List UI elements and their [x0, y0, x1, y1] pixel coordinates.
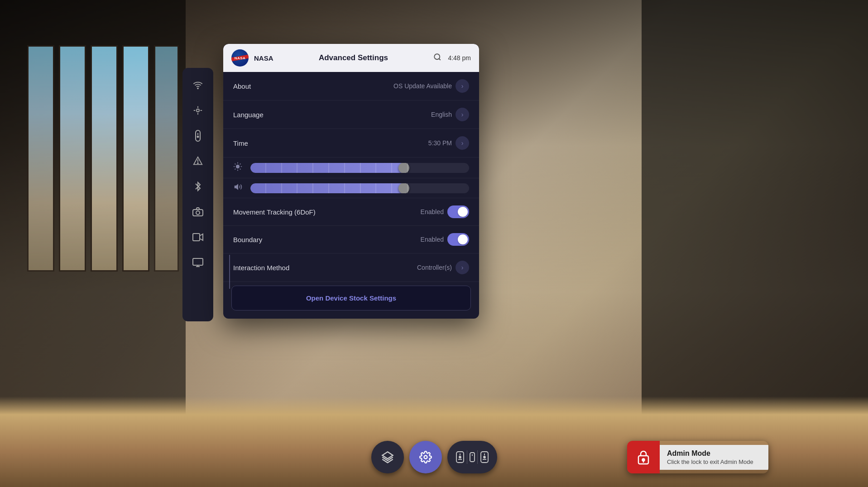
brightness-fill	[250, 163, 408, 173]
language-row[interactable]: Language English ›	[223, 100, 479, 129]
svg-point-18	[435, 54, 440, 59]
admin-text-area: Admin Mode Click the lock to exit Admin …	[660, 445, 768, 470]
interaction-indicator-line	[229, 255, 230, 289]
volume-slider-row	[223, 178, 479, 198]
svg-rect-5	[197, 109, 199, 112]
svg-marker-21	[235, 185, 238, 190]
time-display: 4:48 pm	[448, 54, 471, 62]
admin-subtitle: Click the lock to exit Admin Mode	[667, 458, 761, 465]
movement-tracking-label: Movement Tracking (6DoF)	[233, 208, 421, 216]
layers-button[interactable]	[371, 441, 404, 473]
time-value: 5:30 PM	[428, 139, 452, 147]
sidebar-item-cast[interactable]	[187, 252, 209, 273]
about-row[interactable]: About OS Update Available ›	[223, 72, 479, 100]
window-frames	[23, 45, 177, 294]
open-device-settings-button[interactable]: Open Device Stock Settings	[231, 286, 471, 310]
admin-notification: Admin Mode Click the lock to exit Admin …	[627, 441, 768, 473]
sidebar-item-wifi[interactable]	[187, 74, 209, 96]
app-name: NASA	[254, 54, 273, 62]
time-row[interactable]: Time 5:30 PM ›	[223, 129, 479, 158]
sidebar-item-camera[interactable]	[187, 201, 209, 223]
volume-fill	[250, 183, 408, 193]
settings-panel: NASA Advanced Settings 4:48 pm About OS …	[223, 44, 479, 319]
movement-tracking-row[interactable]: Movement Tracking (6DoF) Enabled	[223, 198, 479, 226]
brightness-slider-row	[223, 158, 479, 178]
panel-title: Advanced Settings	[279, 53, 428, 62]
svg-point-26	[459, 456, 461, 458]
header-right: 4:48 pm	[433, 53, 471, 63]
interaction-method-chevron[interactable]: ›	[456, 261, 469, 274]
svg-point-11	[197, 163, 198, 164]
volume-icon	[233, 183, 244, 193]
interaction-method-label: Interaction Method	[233, 264, 417, 272]
time-label: Time	[233, 139, 428, 147]
language-label: Language	[233, 111, 431, 119]
sidebar-item-position[interactable]	[187, 100, 209, 121]
svg-rect-15	[193, 258, 203, 265]
svg-point-23	[424, 456, 427, 459]
brightness-slider[interactable]	[250, 163, 469, 173]
sidebar-item-orientation[interactable]	[187, 150, 209, 172]
sidebar-item-bluetooth[interactable]	[187, 176, 209, 197]
volume-thumb	[398, 183, 409, 193]
svg-line-19	[439, 58, 441, 60]
settings-button[interactable]	[409, 441, 442, 473]
panel-content: About OS Update Available › Language Eng…	[223, 72, 479, 310]
controllers-button[interactable]	[447, 441, 497, 473]
movement-tracking-value: Enabled	[421, 208, 444, 215]
interaction-method-value: Controller(s)	[417, 264, 452, 271]
boundary-value: Enabled	[421, 236, 444, 243]
brightness-thumb	[398, 163, 409, 173]
admin-lock-button[interactable]	[627, 441, 660, 473]
boundary-toggle[interactable]	[447, 233, 469, 246]
svg-rect-14	[193, 234, 200, 241]
about-chevron[interactable]: ›	[456, 79, 469, 93]
svg-point-8	[197, 136, 199, 138]
time-chevron[interactable]: ›	[456, 136, 469, 150]
svg-point-32	[484, 456, 485, 458]
boundary-label: Boundary	[233, 236, 421, 244]
svg-point-13	[196, 211, 200, 215]
sidebar-item-remote[interactable]	[187, 125, 209, 147]
sidebar-item-video[interactable]	[187, 226, 209, 248]
panel-header: NASA Advanced Settings 4:48 pm	[223, 44, 479, 72]
about-value: OS Update Available	[393, 82, 452, 90]
search-button[interactable]	[433, 53, 441, 63]
language-value: English	[431, 111, 452, 118]
taskbar	[371, 441, 497, 473]
nasa-logo	[231, 49, 249, 67]
admin-title: Admin Mode	[667, 449, 761, 458]
about-label: About	[233, 82, 393, 90]
boundary-row[interactable]: Boundary Enabled	[223, 226, 479, 253]
volume-slider[interactable]	[250, 183, 469, 193]
svg-point-20	[236, 165, 240, 168]
sidebar	[182, 68, 213, 321]
language-chevron[interactable]: ›	[456, 108, 469, 121]
svg-point-0	[197, 88, 198, 89]
boundary-toggle-knob	[458, 234, 468, 244]
toggle-knob	[458, 207, 468, 217]
svg-point-35	[643, 459, 645, 461]
svg-rect-28	[470, 453, 475, 462]
interaction-method-row[interactable]: Interaction Method Controller(s) ›	[223, 253, 479, 282]
movement-tracking-toggle[interactable]	[447, 205, 469, 218]
brightness-icon	[233, 162, 244, 173]
